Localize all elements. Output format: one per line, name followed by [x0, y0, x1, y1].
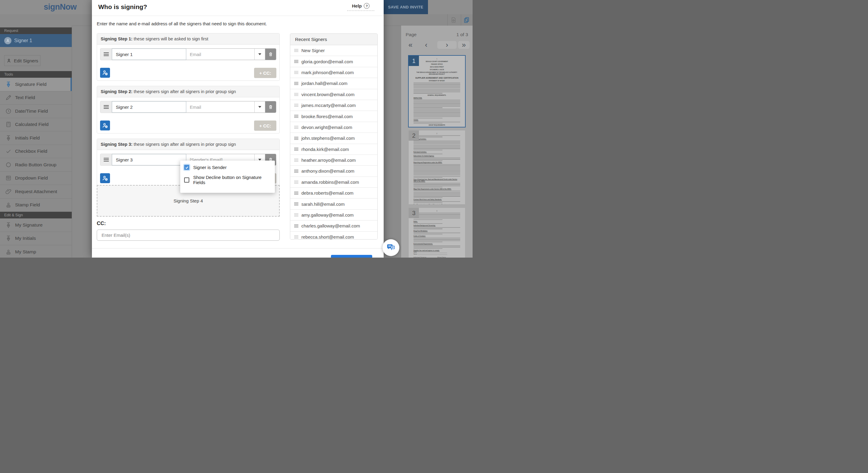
first-page-button[interactable]: « — [407, 41, 414, 49]
sidebar-item-signer-1[interactable]: Signer 1 — [0, 34, 72, 47]
recent-signer-row[interactable]: charles.galloway@email.com — [290, 221, 377, 231]
recent-signer-row[interactable]: sarah.hill@email.com — [290, 198, 377, 210]
checkbox-checked-icon[interactable] — [184, 165, 189, 170]
recent-signer-row[interactable]: devon.wright@email.com — [290, 122, 377, 133]
drag-handle-icon[interactable] — [294, 147, 299, 152]
drag-handle-icon[interactable] — [294, 125, 299, 130]
page-thumbnail-2[interactable]: 22Lobbying Activities:Kick-back Activiti… — [409, 130, 465, 204]
add-signer-button[interactable] — [100, 173, 110, 183]
drag-handle-icon[interactable] — [294, 158, 299, 162]
recent-signer-row[interactable]: john.stephens@email.com — [290, 133, 377, 144]
toolbar-divider — [447, 14, 447, 26]
recent-signer-row[interactable]: rhonda.kirk@email.com — [290, 144, 377, 155]
sidebar-item-initials-field[interactable]: Initials Field — [0, 131, 72, 145]
sidebar-item-checkbox-field[interactable]: Checkbox Field — [0, 145, 72, 158]
signer-name-input[interactable] — [112, 101, 186, 113]
recent-signer-row[interactable]: amanda.robbins@email.com — [290, 177, 377, 188]
sidebar-item-my-stamp[interactable]: My Stamp — [0, 245, 72, 258]
drag-handle-icon[interactable] — [294, 81, 299, 86]
menu-item-show-decline-button-on-signature-fields[interactable]: Show Decline button on Signature Fields — [180, 172, 275, 187]
drag-handle-icon[interactable] — [294, 136, 299, 141]
recent-signer-label: rebecca.short@email.com — [301, 234, 354, 240]
recent-signer-row[interactable]: anthony.dixon@email.com — [290, 166, 377, 177]
recent-signer-row[interactable]: jordan.hall@email.com — [290, 78, 377, 89]
checkbox-unchecked-icon[interactable] — [184, 178, 189, 183]
edit-signers-button[interactable]: Edit Signers — [4, 55, 40, 66]
sidebar-item-date-time-field[interactable]: Date/Time Field — [0, 104, 72, 118]
drag-handle-icon[interactable] — [294, 169, 299, 174]
drag-handle-icon[interactable] — [294, 224, 299, 228]
page-thumbnail-3[interactable]: 33Debts.Individual Background Screening:… — [409, 208, 465, 258]
drag-handle-icon[interactable] — [294, 180, 299, 184]
drag-handle-icon[interactable] — [294, 213, 299, 217]
dropdown-icon — [5, 175, 12, 181]
recent-signer-row[interactable]: mark.johnson@email.com — [290, 67, 377, 78]
sidebar-item-calculated-field[interactable]: Calculated Field — [0, 118, 72, 132]
page-preview-panel: Page 1 of 3 «‹›» 11DEKALB COUNTY GOVERNM… — [401, 26, 472, 258]
recent-signer-row[interactable]: vincent.brown@email.com — [290, 89, 377, 100]
signer-options-dropdown-button[interactable] — [255, 101, 265, 113]
recent-signer-row[interactable]: james.mccarty@email.com — [290, 100, 377, 111]
signer-row — [100, 48, 276, 60]
drag-handle-icon[interactable] — [294, 202, 299, 207]
drag-handle-icon[interactable] — [294, 59, 299, 64]
prev-page-button[interactable]: ‹ — [424, 41, 429, 49]
paperclip-icon — [5, 188, 12, 195]
sidebar-item-text-field[interactable]: Text Field — [0, 91, 72, 105]
signer-name-input[interactable] — [112, 154, 186, 165]
sidebar-item-my-signature[interactable]: My Signature — [0, 218, 72, 232]
recent-signer-row[interactable]: heather.arroyo@email.com — [290, 155, 377, 166]
next-page-button[interactable]: › — [437, 41, 457, 49]
add-cc-button[interactable]: + CC: — [254, 68, 276, 78]
sidebar-item-label: My Stamp — [15, 249, 36, 255]
sidebar-item-my-initials[interactable]: My Initials — [0, 232, 72, 246]
recent-signer-row[interactable]: New Signer — [290, 45, 377, 56]
cc-emails-input[interactable] — [97, 229, 280, 241]
drag-handle-icon[interactable] — [294, 103, 299, 107]
signer-email-input[interactable] — [186, 101, 255, 113]
chat-bubbles-icon — [386, 243, 396, 252]
add-signer-button[interactable] — [100, 68, 110, 78]
clock-icon — [5, 108, 12, 115]
page-thumbnail-1[interactable]: 11DEKALB COUNTY GOVERNMENTFINANCE OFFICE… — [409, 56, 465, 127]
drag-handle-icon[interactable] — [100, 101, 112, 113]
signer-email-input[interactable] — [186, 49, 255, 60]
drag-handle-icon[interactable] — [294, 191, 299, 195]
recent-signer-row[interactable]: gloria.gordon@email.com — [290, 56, 377, 67]
recent-signer-label: devon.wright@email.com — [301, 125, 352, 130]
recent-signer-row[interactable]: amy.galloway@email.com — [290, 210, 377, 221]
add-cc-button[interactable]: + CC: — [254, 121, 276, 131]
recent-signer-row[interactable]: rebecca.short@email.com — [290, 232, 377, 240]
drag-handle-icon[interactable] — [294, 70, 299, 75]
drag-handle-icon[interactable] — [100, 154, 112, 165]
sidebar-item-request-attachment[interactable]: Request Attachment — [0, 185, 72, 198]
pen-nib-icon — [5, 81, 12, 88]
document-settings-icon[interactable] — [450, 17, 457, 23]
chat-button[interactable] — [382, 239, 399, 256]
signer-name-input[interactable] — [112, 49, 186, 60]
drag-handle-icon[interactable] — [294, 48, 299, 53]
help-link[interactable]: Help ? — [347, 3, 374, 11]
drag-handle-icon[interactable] — [100, 49, 112, 60]
drag-handle-icon[interactable] — [294, 114, 299, 119]
sidebar-item-radio-button-group[interactable]: Radio Button Group — [0, 158, 72, 172]
signer-options-dropdown-button[interactable] — [255, 49, 265, 60]
drag-handle-icon[interactable] — [294, 235, 299, 239]
recent-signer-label: amy.galloway@email.com — [301, 212, 353, 218]
recent-signer-row[interactable]: brooke.flores@email.com — [290, 111, 377, 122]
copy-pages-icon[interactable] — [463, 17, 470, 23]
add-signer-button[interactable] — [100, 121, 110, 130]
sidebar-item-stamp-field[interactable]: Stamp Field — [0, 198, 72, 212]
save-and-invite-button[interactable]: SAVE AND INVITE — [383, 0, 428, 14]
edit-and-sign-list: My SignatureMy InitialsMy StampText — [0, 218, 72, 258]
sidebar-item-dropdown-field[interactable]: Dropdown Field — [0, 172, 72, 185]
edit-and-sign-section-label: Edit & Sign — [0, 212, 72, 218]
delete-signer-button[interactable] — [265, 101, 276, 113]
recent-signer-row[interactable]: debra.roberts@email.com — [290, 188, 377, 198]
delete-signer-button[interactable] — [265, 49, 276, 60]
drag-handle-icon[interactable] — [294, 92, 299, 97]
menu-item-signer-is-sender[interactable]: Signer is Sender — [180, 162, 275, 172]
sidebar-item-signature-field[interactable]: Signature Field — [0, 78, 72, 91]
save-and-invite-footer-button[interactable] — [331, 255, 372, 258]
last-page-button[interactable]: » — [458, 41, 470, 49]
